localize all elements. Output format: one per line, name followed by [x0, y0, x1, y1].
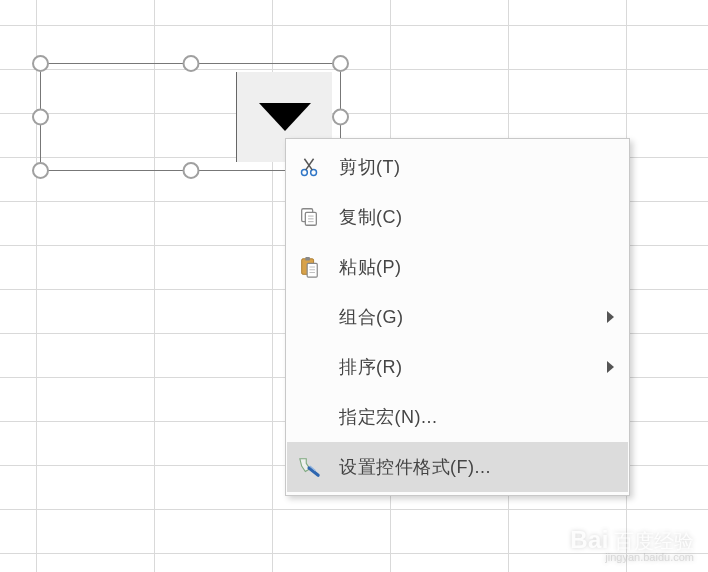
svg-rect-10 — [305, 257, 310, 261]
chevron-right-icon — [607, 361, 614, 373]
svg-rect-11 — [307, 263, 317, 277]
menu-item-assign-macro[interactable]: 指定宏(N)... — [287, 392, 628, 442]
resize-handle-bm[interactable] — [182, 162, 199, 179]
context-menu: 剪切(T) 复制(C) 粘贴(P) — [285, 138, 630, 496]
resize-handle-tr[interactable] — [332, 55, 349, 72]
menu-item-sort[interactable]: 排序(R) — [287, 342, 628, 392]
copy-icon — [287, 206, 331, 228]
menu-item-cut[interactable]: 剪切(T) — [287, 142, 628, 192]
resize-handle-mr[interactable] — [332, 109, 349, 126]
svg-line-3 — [304, 159, 312, 170]
menu-item-label: 组合(G) — [331, 305, 607, 329]
chevron-down-icon — [259, 103, 311, 131]
menu-item-label: 粘贴(P) — [331, 255, 620, 279]
svg-point-0 — [301, 170, 307, 176]
resize-handle-tl[interactable] — [32, 55, 49, 72]
cut-icon — [287, 156, 331, 178]
format-icon — [287, 456, 331, 478]
svg-line-2 — [306, 159, 314, 170]
resize-handle-ml[interactable] — [32, 109, 49, 126]
resize-handle-bl[interactable] — [32, 162, 49, 179]
menu-item-label: 设置控件格式(F)... — [331, 455, 620, 479]
menu-item-format-control[interactable]: 设置控件格式(F)... — [287, 442, 628, 492]
menu-item-label: 剪切(T) — [331, 155, 620, 179]
menu-item-group[interactable]: 组合(G) — [287, 292, 628, 342]
svg-point-1 — [311, 170, 317, 176]
menu-item-label: 排序(R) — [331, 355, 607, 379]
menu-item-label: 指定宏(N)... — [331, 405, 620, 429]
resize-handle-tm[interactable] — [182, 55, 199, 72]
paste-icon — [287, 255, 331, 279]
menu-item-copy[interactable]: 复制(C) — [287, 192, 628, 242]
chevron-right-icon — [607, 311, 614, 323]
menu-item-label: 复制(C) — [331, 205, 620, 229]
menu-item-paste[interactable]: 粘贴(P) — [287, 242, 628, 292]
